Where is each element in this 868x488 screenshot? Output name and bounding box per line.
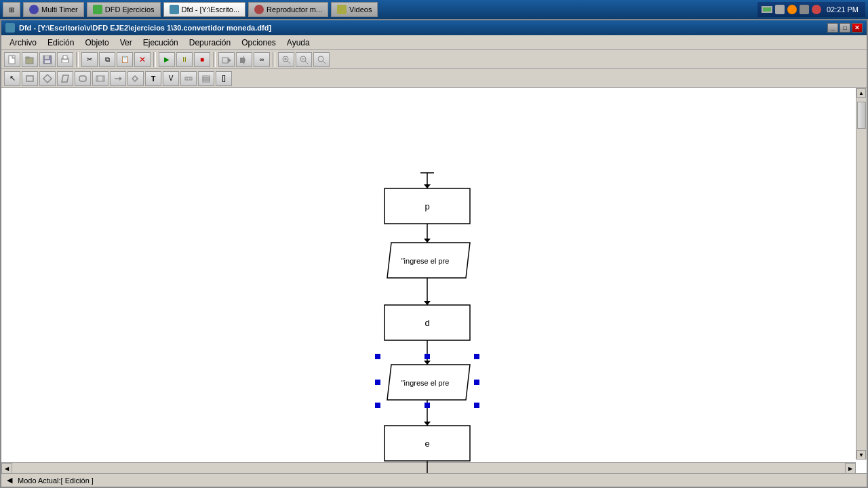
clock: 02:21 PM (824, 5, 861, 14)
diamond-tool[interactable] (39, 71, 56, 86)
svg-rect-57 (375, 380, 380, 385)
svg-rect-8 (62, 60, 68, 62)
svg-rect-64 (474, 403, 479, 408)
text-tool[interactable]: T (145, 71, 161, 86)
svg-rect-35 (203, 80, 210, 82)
svg-rect-60 (425, 403, 430, 408)
pause-button[interactable]: ⏸ (176, 52, 193, 67)
svg-rect-7 (63, 56, 67, 59)
menu-ejecucion[interactable]: Ejecución (138, 36, 184, 49)
scrollbar-vertical[interactable]: ▲ ▼ (856, 88, 867, 460)
save-button[interactable] (39, 52, 56, 67)
menu-ayuda[interactable]: Ayuda (281, 36, 315, 49)
toolbar-draw: ↖ T V [] (1, 69, 867, 88)
maximize-button[interactable]: □ (840, 23, 850, 33)
window-title: Dfd - [Y:\Escritorio\v\DFD EJE2\ejercici… (19, 24, 827, 32)
flowchart-svg: p "ingrese el pre d "ingrese el pre e (1, 88, 856, 473)
arr2-tool[interactable] (198, 71, 214, 86)
new-button[interactable] (4, 52, 20, 67)
loop-button[interactable]: ∞ (254, 52, 270, 67)
menu-objeto[interactable]: Objeto (79, 36, 114, 49)
taskbar-item-0[interactable]: Multi Timer (23, 2, 84, 17)
roundrect-tool[interactable] (75, 71, 91, 86)
statusbar: ◀ Modo Actual:[ Edición ] (1, 473, 867, 487)
close-button[interactable]: ✕ (852, 23, 863, 33)
connector2-tool[interactable] (127, 71, 144, 86)
svg-rect-21 (26, 76, 33, 81)
input-button[interactable] (218, 52, 235, 67)
canvas-area[interactable]: ▲ ▼ ◀ ▶ (1, 88, 867, 473)
media-icon (254, 5, 264, 14)
stop-button[interactable]: ■ (194, 52, 210, 67)
menubar: Archivo Edición Objeto Ver Ejecución Dep… (1, 35, 867, 50)
menu-depuracion[interactable]: Depuración (184, 36, 236, 49)
toolbar-main: ✂ ⧉ 📋 ✕ ▶ ⏸ ■ ∞ (1, 50, 867, 69)
taskbar-item-2[interactable]: Dfd - [Y:\Escrito... (163, 2, 246, 17)
taskbar-item-4[interactable]: Videos (331, 2, 378, 17)
scroll-thumb-vertical[interactable] (857, 102, 866, 129)
svg-text:"ingrese el pre: "ingrese el pre (401, 379, 450, 387)
connector1-tool[interactable] (110, 71, 126, 86)
taskbar-item-3[interactable]: Reproductor m... (248, 2, 328, 17)
process-tool[interactable] (92, 71, 108, 86)
svg-text:"ingrese el pre: "ingrese el pre (401, 257, 450, 265)
svg-marker-23 (62, 75, 68, 82)
svg-text:e: e (425, 439, 429, 449)
arr3-tool[interactable]: [] (216, 71, 232, 86)
svg-marker-37 (424, 184, 431, 188)
minimize-button[interactable]: _ (827, 23, 838, 33)
main-window: Dfd - [Y:\Escritorio\v\DFD EJE2\ejercici… (0, 19, 868, 488)
taskbar-extra-icon2 (812, 5, 821, 14)
parallelogram-tool[interactable] (57, 71, 73, 86)
select-tool[interactable]: ↖ (4, 71, 20, 86)
run-button[interactable]: ▶ (159, 52, 175, 67)
copy-button[interactable]: ⧉ (99, 52, 115, 67)
svg-marker-10 (228, 58, 231, 63)
svg-rect-63 (375, 403, 380, 408)
rect-tool[interactable] (22, 71, 38, 86)
window-controls: _ □ ✕ (827, 23, 863, 33)
scroll-down-button[interactable]: ▼ (856, 450, 866, 460)
open-button[interactable] (22, 52, 38, 67)
cut-button[interactable]: ✂ (81, 52, 98, 67)
sep4 (273, 52, 275, 67)
menu-opciones[interactable]: Opciones (236, 36, 281, 49)
arr1-tool[interactable] (180, 71, 197, 86)
timer-icon (29, 5, 39, 14)
zoom-fit-button[interactable] (313, 52, 330, 67)
zoom-in-button[interactable] (278, 52, 294, 67)
svg-line-20 (323, 61, 326, 64)
svg-point-19 (318, 56, 323, 62)
menu-ver[interactable]: Ver (115, 36, 138, 49)
svg-marker-45 (424, 422, 431, 426)
taskbar-start-btn[interactable]: ⊞ (3, 2, 20, 17)
output-button[interactable] (236, 52, 252, 67)
taskbar-extra-icon1 (800, 5, 809, 14)
sep2 (153, 52, 156, 67)
network-icon (775, 5, 785, 14)
zoom-out-button[interactable] (296, 52, 312, 67)
var-tool[interactable]: V (163, 71, 179, 86)
window-icon (5, 23, 15, 33)
menu-edicion[interactable]: Edición (42, 36, 79, 49)
paste-button[interactable]: 📋 (117, 52, 133, 67)
taskbar-item-1[interactable]: DFD Ejercicios (87, 2, 161, 17)
svg-marker-39 (424, 239, 431, 243)
dfd-icon-1 (93, 5, 102, 14)
left-arrow-status: ◀ (7, 476, 12, 485)
print-button[interactable] (57, 52, 73, 67)
status-text: Modo Actual:[ Edición ] (18, 476, 94, 485)
start-icon: ⊞ (9, 6, 14, 14)
svg-text:p: p (425, 201, 429, 211)
menu-archivo[interactable]: Archivo (4, 36, 42, 49)
sep3 (213, 52, 216, 67)
folder-icon (337, 5, 347, 14)
scroll-up-button[interactable]: ▲ (856, 88, 866, 98)
svg-rect-59 (474, 380, 479, 385)
svg-marker-41 (424, 301, 431, 305)
svg-rect-30 (185, 77, 192, 80)
svg-marker-11 (240, 55, 245, 64)
svg-rect-5 (45, 60, 50, 63)
svg-line-17 (305, 61, 308, 64)
delete-button[interactable]: ✕ (134, 52, 151, 67)
